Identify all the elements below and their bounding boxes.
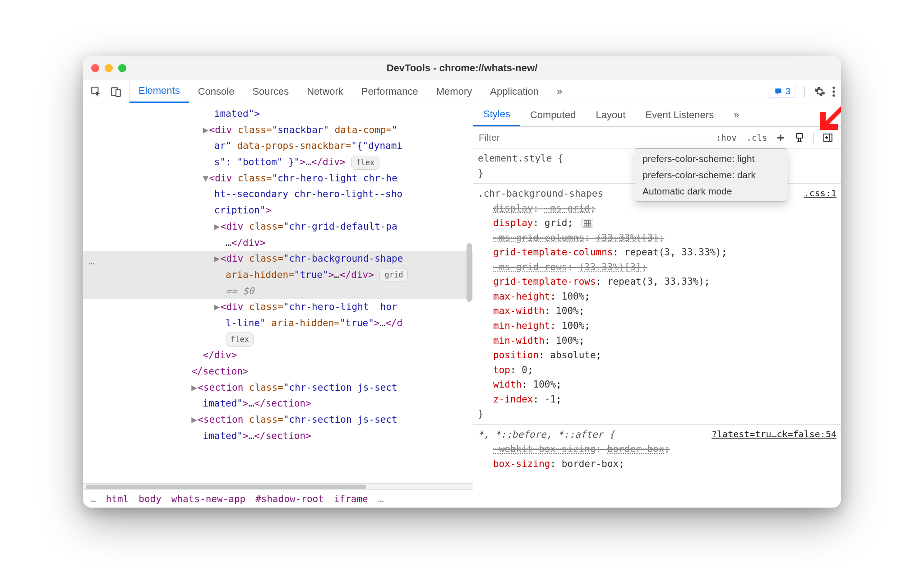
dom-line-selected[interactable]: == $0 [83,283,473,300]
styles-rules-body[interactable]: element.style { } .css:1 .chr-background… [473,148,841,508]
maximize-window-button[interactable] [118,64,126,72]
dom-line[interactable]: …</div> [83,235,473,251]
device-toggle-icon[interactable] [110,86,122,97]
svg-point-5 [832,94,835,96]
dom-line[interactable]: ▶<div class="chr-grid-default-pa [83,219,473,235]
subtabs-overflow[interactable]: » [724,103,749,126]
dom-line[interactable]: </div> [83,347,473,364]
breadcrumb-more-right[interactable]: … [378,494,384,504]
window-controls [91,64,126,72]
breadcrumb-item[interactable]: #shadow-root [255,494,324,504]
titlebar: DevTools - chrome://whats-new/ [83,56,841,80]
dom-line[interactable]: ht--secondary chr-hero-light--sho [83,186,473,203]
new-rule-button[interactable]: + [773,129,788,147]
main-tabs-overflow[interactable]: » [548,80,571,103]
css-declaration[interactable]: display: grid; [478,216,836,231]
styles-filter-row: :hov .cls + [473,127,841,148]
tab-sources[interactable]: Sources [243,80,298,103]
tab-network[interactable]: Network [298,80,352,103]
styles-filter-input[interactable] [473,132,712,143]
css-declaration[interactable]: top: 0; [478,363,836,378]
layout-badge-flex[interactable]: flex [226,333,254,347]
breadcrumb-item[interactable]: html [106,494,129,504]
css-declaration[interactable]: z-index: -1; [478,392,836,407]
dom-line[interactable]: ar" data-props-snackbar="{"dynami [83,138,473,154]
breadcrumb-item[interactable]: whats-new-app [171,494,245,504]
css-declaration[interactable]: grid-template-columns: repeat(3, 33.33%)… [478,245,836,260]
popup-item-dark[interactable]: prefers-color-scheme: dark [635,167,787,183]
minimize-window-button[interactable] [105,64,113,72]
rendering-emulation-icon[interactable] [790,130,809,145]
annotation-arrow-icon [814,103,841,135]
css-declaration[interactable]: -ms-grid-rows: (33.33%)[3]; [478,260,836,275]
css-declaration[interactable]: min-height: 100%; [478,319,836,333]
toolbar-right: 3 [763,80,841,103]
tab-elements[interactable]: Elements [129,80,189,103]
css-declaration[interactable]: max-height: 100%; [478,289,836,304]
subtab-computed[interactable]: Computed [520,103,586,126]
popup-item-auto-dark[interactable]: Automatic dark mode [635,183,787,199]
dom-line[interactable]: s": "bottom" }">…</div> flex [83,154,473,171]
vertical-scrollbar[interactable] [467,243,472,302]
dom-line[interactable]: ▼<div class="chr-hero-light chr-he [83,171,473,187]
css-declaration[interactable]: grid-template-rows: repeat(3, 33.33%); [478,274,836,289]
layout-badge-grid[interactable]: grid [379,268,408,282]
breadcrumb-item[interactable]: body [139,494,162,504]
source-link[interactable]: ?latest=tru…ck=false:54 [711,427,836,441]
layout-badge-flex[interactable]: flex [351,156,379,170]
style-rule[interactable]: ?latest=tru…ck=false:54 *, *::before, *:… [473,425,841,474]
more-menu-icon[interactable] [832,86,836,97]
dom-breadcrumbs: … html body whats-new-app #shadow-root i… [83,490,473,508]
dom-line[interactable]: imated"> [83,106,473,122]
tab-performance[interactable]: Performance [352,80,427,103]
css-declaration[interactable]: display: -ms-grid; [478,201,836,216]
dom-line[interactable]: imated">…</section> [83,396,473,412]
subtab-event-listeners[interactable]: Event Listeners [636,103,724,126]
css-declaration[interactable]: box-sizing: border-box; [478,457,836,472]
css-declaration[interactable]: min-width: 100%; [478,333,836,348]
scrollbar-thumb[interactable] [86,485,366,489]
css-declaration[interactable]: width: 100%; [478,377,836,392]
dom-line[interactable]: ▶<div class="snackbar" data-comp=" [83,122,473,139]
elements-panel: ⋯ imated"> ▶<div class="snackbar" data-c… [83,103,473,508]
settings-gear-icon[interactable] [814,86,826,97]
css-declaration[interactable]: position: absolute; [478,348,836,363]
horizontal-scrollbar[interactable] [83,483,473,490]
issues-count: 3 [785,86,790,97]
style-rule[interactable]: .css:1 .chr-background-shapes display: -… [473,184,841,425]
issues-badge[interactable]: 3 [769,85,795,98]
dom-line-selected[interactable]: aria-hidden="true">…</div> grid [83,267,473,283]
dom-tree[interactable]: ⋯ imated"> ▶<div class="snackbar" data-c… [83,103,473,483]
tab-console[interactable]: Console [189,80,244,103]
divider [804,86,805,97]
dom-line[interactable]: flex [83,332,473,348]
cls-toggle[interactable]: .cls [743,130,772,145]
row-actions-icon[interactable]: ⋯ [88,255,94,272]
tab-application[interactable]: Application [481,80,548,103]
svg-point-3 [832,86,835,88]
dom-line[interactable]: ▶<div class="chr-hero-light__hor [83,299,473,315]
breadcrumb-item[interactable]: iframe [334,494,368,504]
dom-line-selected[interactable]: ▶<div class="chr-background-shape [83,251,473,267]
close-window-button[interactable] [91,64,99,72]
dom-line[interactable]: imated">…</section> [83,428,473,444]
css-declaration[interactable]: -webkit-box-sizing: border-box; [478,442,836,457]
dom-line[interactable]: l-line" aria-hidden="true">…</d [83,315,473,332]
subtab-layout[interactable]: Layout [586,103,635,126]
popup-item-light[interactable]: prefers-color-scheme: light [635,151,787,167]
toolbar-inspect-group [83,80,129,103]
dom-line[interactable]: ▶<section class="chr-section js-sect [83,380,473,396]
dom-line[interactable]: ▶<section class="chr-section js-sect [83,412,473,428]
inspect-element-icon[interactable] [90,86,102,97]
css-declaration[interactable]: max-width: 100%; [478,304,836,319]
grid-editor-icon[interactable] [582,219,593,228]
hov-toggle[interactable]: :hov [712,130,741,145]
subtab-styles[interactable]: Styles [473,103,520,126]
dom-line[interactable]: cription"> [83,203,473,219]
css-declaration[interactable]: -ms-grid-columns: (33.33%)[3]; [478,231,836,245]
tab-memory[interactable]: Memory [427,80,481,103]
breadcrumb-more-left[interactable]: … [90,494,96,504]
main-toolbar: Elements Console Sources Network Perform… [83,80,841,103]
source-link[interactable]: .css:1 [804,186,836,200]
dom-line[interactable]: </section> [83,364,473,380]
